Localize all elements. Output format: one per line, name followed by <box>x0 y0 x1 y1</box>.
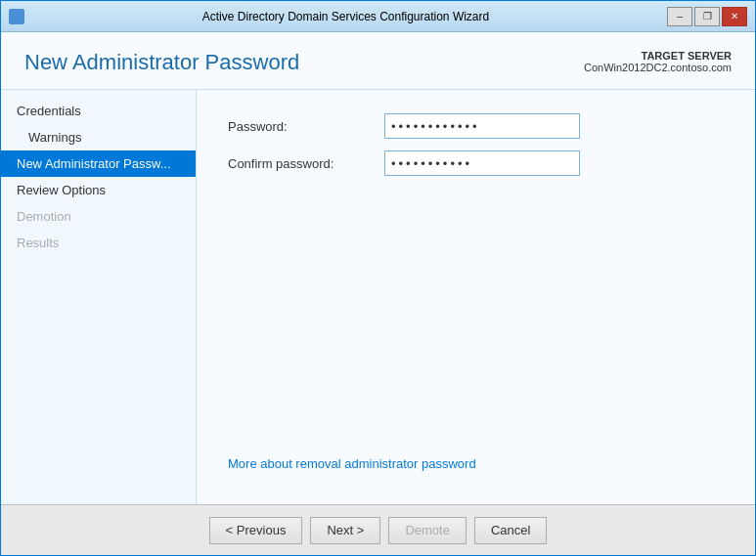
help-link[interactable]: More about removal administrator passwor… <box>228 456 724 481</box>
target-server-name: ConWin2012DC2.contoso.com <box>584 62 732 73</box>
confirm-password-label: Confirm password: <box>228 156 384 171</box>
sidebar-item-new-admin-password[interactable]: New Administrator Passw... <box>1 150 196 177</box>
sidebar-item-review-options[interactable]: Review Options <box>1 177 196 203</box>
form-section: Password: Confirm password: More about r… <box>197 90 755 504</box>
window-title: Active Directory Domain Services Configu… <box>24 10 667 23</box>
restore-button[interactable]: ❐ <box>694 7 720 26</box>
sidebar-item-credentials[interactable]: Credentials <box>1 98 196 124</box>
sidebar-item-warnings[interactable]: Warnings <box>1 124 196 150</box>
previous-button[interactable]: < Previous <box>209 517 303 544</box>
footer: < Previous Next > Demote Cancel <box>1 504 755 555</box>
target-server-info: TARGET SERVER ConWin2012DC2.contoso.com <box>584 50 732 73</box>
header-section: New Administrator Password TARGET SERVER… <box>1 32 755 90</box>
window-controls: – ❐ ✕ <box>667 7 747 26</box>
app-icon <box>9 9 24 24</box>
next-button[interactable]: Next > <box>310 517 380 544</box>
confirm-password-row: Confirm password: <box>228 150 724 176</box>
close-button[interactable]: ✕ <box>722 7 747 26</box>
main-section: Credentials Warnings New Administrator P… <box>1 90 755 504</box>
password-row: Password: <box>228 113 724 139</box>
sidebar-item-demotion: Demotion <box>1 203 196 230</box>
main-window: Active Directory Domain Services Configu… <box>0 0 756 556</box>
demote-button[interactable]: Demote <box>388 517 467 544</box>
page-title: New Administrator Password <box>24 50 299 75</box>
title-bar: Active Directory Domain Services Configu… <box>1 1 755 32</box>
password-label: Password: <box>228 119 384 134</box>
content-area: New Administrator Password TARGET SERVER… <box>1 32 755 504</box>
cancel-button[interactable]: Cancel <box>474 517 547 544</box>
target-server-label: TARGET SERVER <box>584 50 732 62</box>
sidebar: Credentials Warnings New Administrator P… <box>1 90 197 504</box>
password-input[interactable] <box>384 113 580 139</box>
sidebar-item-results: Results <box>1 230 196 256</box>
confirm-password-input[interactable] <box>384 150 580 176</box>
minimize-button[interactable]: – <box>667 7 692 26</box>
